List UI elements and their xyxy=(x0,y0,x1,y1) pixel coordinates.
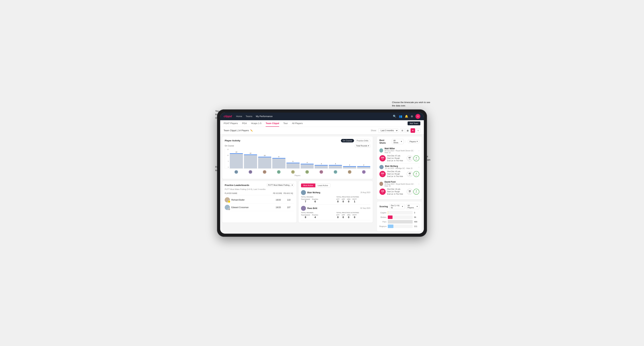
activity-player-header-2: Rees Britt 02 Sep 2023 xyxy=(301,206,370,211)
nav-teams[interactable]: Teams xyxy=(246,115,252,118)
activity-rounds-rees: Total Rounds Tournament 8 Practice xyxy=(301,212,335,219)
best-shots-card: Best Shots All Shots ▾ Players ▾ xyxy=(377,137,422,199)
scoring-eagles-val: 3 xyxy=(414,212,419,214)
scoring-birdies-label: Birdies xyxy=(380,216,386,218)
users-icon[interactable]: 👥 xyxy=(399,115,402,118)
leaderboard-pb-1: 19/20 xyxy=(273,199,284,201)
bar-e-ebert: 5 xyxy=(286,161,300,169)
shot-avatar-blair xyxy=(380,165,384,169)
nav-my-performance[interactable]: My Performance xyxy=(256,115,272,118)
leaderboard-row-1: 1 Richard Butler 19/20 110 xyxy=(225,196,294,204)
shot-desc-matt: Shot Dist: 67 ydsStart Lie: RoughEnd Lie… xyxy=(387,155,405,162)
chart-filter-dropdown[interactable]: Total Rounds ▾ xyxy=(355,144,370,148)
shot-row-blair: Blair McHarg 23 Jul 2023 · Aldridge GC ·… xyxy=(380,164,419,179)
show-period-select[interactable]: Last 3 months Last 6 months Last year xyxy=(378,128,398,133)
shot-metrics-blair: 43 yds 0 yds xyxy=(407,171,419,177)
activity-rounds-group: Total Rounds Tournament 7 Practice xyxy=(301,196,335,203)
scoring-pars-label: Pars xyxy=(380,221,386,223)
best-shots-header: Best Shots All Shots ▾ Players ▾ xyxy=(380,139,419,144)
shot-chevron-blair[interactable]: › xyxy=(418,166,419,169)
leaderboard-name-1: Richard Butler xyxy=(231,199,245,201)
scoring-birdies-row: Birdies 96 xyxy=(380,215,419,219)
bell-icon[interactable]: 🔔 xyxy=(405,115,408,118)
most-active-tabs: Most Active Least Active xyxy=(301,183,330,187)
search-icon[interactable]: 🔍 xyxy=(393,115,396,118)
scoring-chart: Eagles 3 Birdies xyxy=(380,211,419,228)
shot-chevron-matt[interactable]: › xyxy=(418,149,419,152)
scoring-par-filter[interactable]: Par 3, 4 & 5s ▾ xyxy=(389,204,404,209)
sub-nav-right: Add Team xyxy=(408,121,420,125)
y-label-0: 0 xyxy=(225,166,230,168)
subnav-pgat[interactable]: PGAT Players xyxy=(224,120,238,127)
subnav-pga[interactable]: PGA xyxy=(242,120,247,127)
scoring-eagles-row: Eagles 3 xyxy=(380,211,419,214)
player-activity-card: Player Activity On Course Practice Drill… xyxy=(222,137,373,179)
subnav-team-clippd[interactable]: Team Clippd xyxy=(266,120,279,127)
nav-home[interactable]: Home xyxy=(236,115,242,118)
all-shots-filter[interactable]: All Shots ▾ xyxy=(392,139,404,144)
scoring-birdies-bar xyxy=(388,215,392,219)
view-list-btn[interactable]: ≡ xyxy=(416,128,420,133)
leaderboard-player-1: 1 Richard Butler xyxy=(225,197,273,202)
scoring-bogeys-bar xyxy=(388,224,394,228)
view-heart-btn[interactable]: ♥ xyxy=(410,128,415,133)
left-col: Player Activity On Course Practice Drill… xyxy=(220,134,375,234)
leaderboard-row-2: 2 Edward Crossman 18/20 107 xyxy=(225,204,294,211)
add-circle-icon[interactable]: ⊕ xyxy=(411,115,413,118)
subnav-hcaps[interactable]: Hcaps 1-5 xyxy=(251,120,262,127)
col-pb-score: PB SCORE xyxy=(273,192,284,194)
bar-m-miller: 3 xyxy=(329,163,342,169)
leaderboard-name-2: Edward Crossman xyxy=(231,206,249,209)
team-header-right: Show: Last 3 months Last 6 months Last y… xyxy=(371,128,420,133)
shot-info-david: David Ford 24 Aug 2023 · Royal North Dev… xyxy=(384,181,417,187)
team-edit-icon[interactable]: ✏️ xyxy=(250,129,253,132)
on-course-btn[interactable]: On Course xyxy=(341,139,354,142)
bar-d-ford: 10 xyxy=(258,155,271,169)
scoring-players-filter[interactable]: All Players ▾ xyxy=(406,204,419,209)
activity-stats-blair: Total Rounds Tournament 7 Practice xyxy=(301,196,370,203)
right-col: Best Shots All Shots ▾ Players ▾ xyxy=(375,134,424,234)
chart-controls: On Course Total Rounds ▾ xyxy=(225,144,370,148)
bar-l-robertson: 2 xyxy=(357,164,370,169)
activity-date-blair: 26 Aug 2023 xyxy=(360,191,370,193)
activity-practice-group: Total Practice Activities GTT 0 APP xyxy=(336,196,370,203)
subnav-tour[interactable]: Tour xyxy=(283,120,288,127)
user-avatar[interactable]: U xyxy=(416,114,420,119)
shot-data-blair: 200 SG Shot Dist: 43 ydsStart Lie: Rough… xyxy=(380,170,419,178)
leaderboard-col-headers: PLAYER NAME PB SCORE PB AVG SQ xyxy=(225,192,294,195)
subnav-all-players[interactable]: All Players xyxy=(292,120,302,127)
scoring-bogeys-val: 111 xyxy=(414,225,419,227)
leaderboard-filter-dropdown[interactable]: PUTT Must Make Putting... ▾ xyxy=(267,183,294,187)
col-player-name: PLAYER NAME xyxy=(225,192,273,194)
practice-drills-btn[interactable]: Practice Drills xyxy=(355,139,370,142)
col-pb-avg-sq: PB AVG SQ xyxy=(284,192,294,194)
most-active-tab[interactable]: Most Active xyxy=(301,183,315,187)
bar-r-butler: 3 xyxy=(315,163,328,169)
shot-chevron-david[interactable]: › xyxy=(418,182,419,185)
activity-toggle-group: On Course Practice Drills xyxy=(341,139,370,142)
shot-name-matt: Matt Miller xyxy=(384,147,417,150)
sub-nav: PGAT Players PGA Hcaps 1-5 Team Clippd T… xyxy=(220,120,424,127)
leaderboard-player-2: 2 Edward Crossman xyxy=(225,205,273,210)
y-axis-labels: 15 10 5 0 xyxy=(225,149,230,169)
brand-logo: clippd xyxy=(224,115,232,118)
shot-data-david: 198 SG Shot Dist: 16 ydsStart Lie: Rough… xyxy=(380,188,419,195)
view-grid-outline-btn[interactable]: ⊞ xyxy=(400,128,404,133)
add-team-button[interactable]: Add Team xyxy=(408,121,420,125)
bar-b-mcharg: 13 xyxy=(230,151,243,169)
practice-leaderboards-card: Practice Leaderboards PUTT Must Make Put… xyxy=(222,181,296,223)
least-active-tab[interactable]: Least Active xyxy=(315,183,330,187)
scoring-header: Scoring Par 3, 4 & 5s ▾ All Players ▾ xyxy=(380,204,419,209)
metric-circle-matt-2: 0 yds xyxy=(413,155,419,161)
most-active-card: Most Active Least Active Blair McHarg xyxy=(298,181,373,223)
players-filter[interactable]: Players ▾ xyxy=(408,140,419,143)
view-grid-btn[interactable]: ▦ xyxy=(405,128,410,133)
team-name: Team Clippd | 14 Players xyxy=(224,129,249,132)
shot-details-david: 24 Aug 2023 · Royal North Devon GC · Hol… xyxy=(384,183,417,187)
shot-player-header-blair: Blair McHarg 23 Jul 2023 · Aldridge GC ·… xyxy=(380,165,419,169)
activity-avatar-rees xyxy=(301,206,306,211)
rank-badge-2: 2 xyxy=(228,208,230,210)
scoring-pars-bar xyxy=(388,220,413,223)
avatar-m-miller: MM xyxy=(329,170,342,174)
scoring-bogeys-row: Bogeys+ 111 xyxy=(380,224,419,228)
